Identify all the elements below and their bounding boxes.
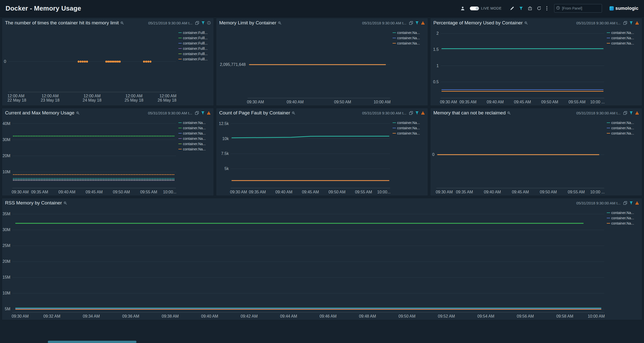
panels-icon[interactable] (623, 111, 627, 115)
share-icon[interactable] (528, 6, 532, 10)
panels-icon[interactable] (623, 201, 627, 205)
svg-text:09:40 AM: 09:40 AM (275, 190, 292, 194)
legend-item[interactable]: container.Na... (607, 126, 640, 130)
live-mode-toggle[interactable] (470, 7, 479, 10)
legend-item[interactable]: container.Na... (607, 121, 640, 125)
warning-icon[interactable] (421, 111, 425, 115)
edit-icon[interactable] (510, 6, 514, 10)
legend-item[interactable]: container.Fulll... (178, 31, 212, 35)
filter-icon[interactable] (519, 7, 523, 10)
time-range-input[interactable] (554, 4, 602, 13)
legend-item[interactable]: container.Fulll... (178, 52, 212, 56)
panel-header: RSS Memory by Container 05/31/2018 9:30:… (2, 198, 642, 208)
chart-percentage-memory-used[interactable]: 0.511.5209:30 AM09:35 AM09:40 AM09:45 AM… (430, 28, 607, 106)
filter-icon[interactable] (629, 111, 633, 115)
legend-item[interactable]: container.Na... (178, 131, 212, 135)
chart-legend: container.Na...container.Na...container.… (607, 118, 642, 196)
zoom-in-icon[interactable] (507, 111, 511, 115)
legend-item[interactable]: container.Na... (393, 36, 426, 40)
legend-item[interactable]: container.Na... (178, 126, 212, 130)
legend-item[interactable]: container.Na... (393, 41, 426, 45)
chart-current-max-memory[interactable]: 10M20M30M40M09:30 AM09:35 AM09:40 AM09:4… (2, 118, 178, 196)
panels-icon[interactable] (195, 111, 199, 115)
panels-icon[interactable] (409, 21, 413, 25)
dashboard-title: Docker - Memory Usage (6, 5, 81, 12)
warning-icon[interactable] (635, 201, 639, 205)
zoom-in-icon[interactable] (121, 21, 124, 25)
chart-memory-limit-by-container[interactable]: 2,095,771,64809:30 AM09:40 AM09:50 AM10:… (216, 28, 393, 106)
legend-item[interactable]: container.Na... (393, 31, 426, 35)
chart-memory-limit-hits[interactable]: 012:00 AM22 May 1812:00 AM23 May 1812:00… (2, 28, 178, 106)
legend-item[interactable]: container.Na... (607, 221, 640, 225)
zoom-in-icon[interactable] (278, 21, 281, 25)
sumologic-logo: sumologic (610, 6, 638, 11)
filter-icon[interactable] (201, 111, 205, 115)
filter-icon[interactable] (415, 111, 419, 115)
chart-memory-not-reclaimed[interactable]: 009:30 AM09:35 AM09:40 AM09:45 AM09:50 A… (430, 118, 607, 196)
svg-text:09:35 AM: 09:35 AM (456, 190, 473, 194)
legend-label: container.Fulll... (183, 47, 208, 51)
legend-label: container.Fulll... (183, 36, 208, 40)
chart-page-fault-count[interactable]: 5k7.5k10k12.5k09:30 AM09:35 AM09:40 AM09… (216, 118, 393, 196)
svg-text:09:30 AM: 09:30 AM (12, 314, 29, 318)
warning-icon[interactable] (635, 21, 639, 25)
legend-item[interactable]: container.Fulll... (178, 41, 212, 45)
legend-item[interactable]: container.Na... (607, 211, 640, 215)
zoom-in-icon[interactable] (524, 21, 528, 25)
filter-icon[interactable] (415, 21, 419, 25)
panels-icon[interactable] (409, 111, 413, 115)
legend-label: container.Na... (183, 137, 206, 141)
zoom-in-icon[interactable] (76, 111, 80, 115)
legend-item[interactable]: container.Na... (607, 36, 640, 40)
refresh-icon[interactable] (537, 6, 541, 10)
panels-icon[interactable] (195, 21, 199, 25)
top-bar: Docker - Memory Usage LIVE MODE (0, 0, 644, 17)
legend-swatch (393, 32, 396, 33)
legend-item[interactable]: container.Fulll... (178, 47, 212, 51)
svg-text:30M: 30M (3, 228, 10, 232)
info-icon[interactable] (207, 21, 211, 25)
svg-text:09:58 AM: 09:58 AM (556, 314, 573, 318)
svg-text:09:30 AM: 09:30 AM (436, 190, 453, 194)
legend-item[interactable]: container.Na... (178, 142, 212, 146)
zoom-in-icon[interactable] (64, 201, 67, 205)
panels-icon[interactable] (623, 21, 627, 25)
zoom-in-icon[interactable] (292, 111, 295, 115)
legend-item[interactable]: container.Fulll... (178, 36, 212, 40)
svg-text:09:45 AM: 09:45 AM (512, 190, 529, 194)
legend-item[interactable]: container.Na... (393, 126, 426, 130)
legend-item[interactable]: container.Na... (607, 31, 640, 35)
legend-item[interactable]: container.Na... (178, 137, 212, 141)
legend-item[interactable]: container.Na... (393, 131, 426, 135)
legend-item[interactable]: container.Na... (178, 121, 212, 125)
legend-label: container.Na... (397, 41, 420, 45)
panel-page-fault-count: Count of Page Fault by Container 05/31/2… (216, 108, 428, 196)
legend-label: container.Na... (183, 147, 206, 151)
warning-icon[interactable] (421, 21, 425, 25)
legend-item[interactable]: container.Na... (607, 131, 640, 135)
panel-header: Count of Page Fault by Container 05/31/2… (216, 108, 428, 118)
svg-text:10M: 10M (3, 170, 10, 174)
legend-item[interactable]: container.Na... (607, 41, 640, 45)
horizontal-scrollbar-thumb[interactable] (48, 341, 136, 343)
chart-rss-memory[interactable]: 5M10M15M20M25M30M35M09:30 AM09:32 AM09:3… (2, 208, 607, 320)
svg-text:09:46 AM: 09:46 AM (320, 314, 337, 318)
kebab-menu-icon[interactable] (546, 6, 548, 11)
user-icon[interactable] (461, 6, 465, 11)
clock-icon (556, 6, 560, 11)
legend-item[interactable]: container.Na... (607, 216, 640, 220)
legend-swatch (393, 43, 396, 44)
filter-icon[interactable] (629, 21, 633, 25)
svg-text:09:42 AM: 09:42 AM (241, 314, 258, 318)
legend-swatch (393, 122, 396, 123)
legend-swatch (607, 43, 610, 44)
warning-icon[interactable] (207, 111, 211, 115)
svg-text:20M: 20M (3, 259, 10, 264)
legend-item[interactable]: container.Na... (178, 147, 212, 151)
legend-item[interactable]: container.Na... (393, 121, 426, 125)
panel-current-max-memory: Current and Max Memory Usage 05/31/2018 … (2, 108, 214, 196)
warning-icon[interactable] (635, 111, 639, 115)
filter-icon[interactable] (201, 21, 205, 25)
filter-icon[interactable] (629, 201, 633, 205)
legend-item[interactable]: container.Fulll... (178, 57, 212, 61)
